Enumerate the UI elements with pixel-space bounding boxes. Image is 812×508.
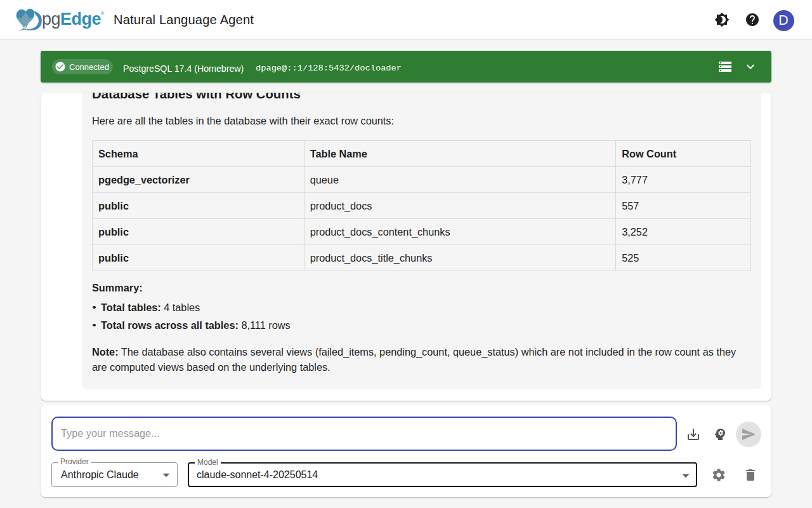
svg-text:pgEdge: pgEdge	[42, 10, 102, 29]
svg-text:®: ®	[101, 11, 105, 16]
